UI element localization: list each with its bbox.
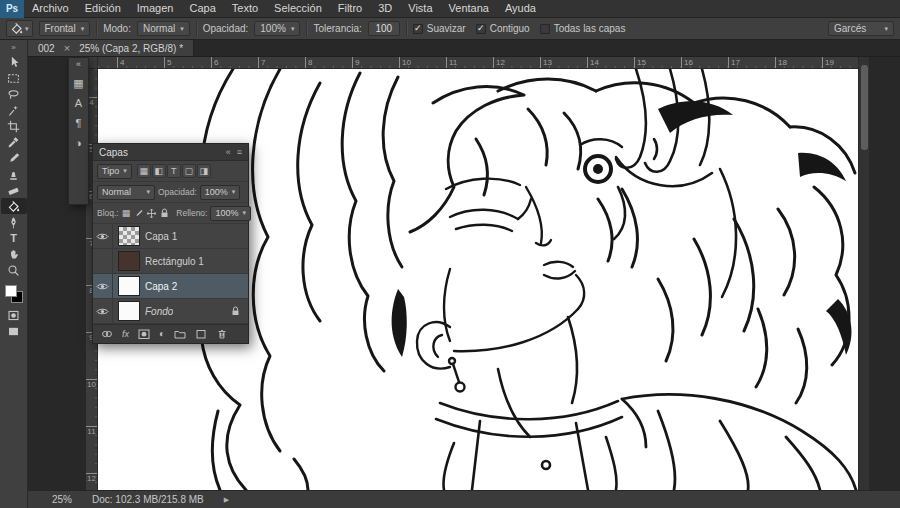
toolbar-collapse-icon[interactable]: » xyxy=(11,42,15,54)
fill-source-select[interactable]: Frontal ▾ xyxy=(39,21,91,36)
clone-stamp-tool-button[interactable] xyxy=(1,166,27,182)
menu-item[interactable]: Selección xyxy=(266,0,330,17)
lock-position-icon[interactable] xyxy=(147,209,156,218)
zoom-tool-button[interactable] xyxy=(1,262,27,278)
layer-blend-mode-value: Normal xyxy=(102,187,131,197)
panel-collapse-icon[interactable]: « xyxy=(226,147,231,157)
move-tool-button[interactable] xyxy=(1,54,27,70)
layer-filter-icon[interactable]: ▢ xyxy=(182,164,196,178)
checkbox-box[interactable] xyxy=(476,24,486,34)
workspace-selector[interactable]: Garcés ▾ xyxy=(828,21,894,36)
layer-thumbnail[interactable] xyxy=(118,226,140,246)
tab-close-icon[interactable]: × xyxy=(64,43,70,54)
chevron-down-icon: ▾ xyxy=(180,25,184,33)
layer-visibility-toggle[interactable] xyxy=(93,299,113,323)
status-options-icon[interactable]: ▶ xyxy=(224,496,229,504)
layer-thumbnail[interactable] xyxy=(118,251,140,271)
tolerance-input[interactable] xyxy=(368,21,400,36)
lock-pixels-icon[interactable] xyxy=(134,209,143,218)
eraser-tool-button[interactable] xyxy=(1,182,27,198)
add-mask-icon[interactable] xyxy=(138,328,150,340)
checkbox-label: Suavizar xyxy=(427,23,466,34)
panel-icon[interactable]: A xyxy=(75,98,82,109)
layer-thumbnail[interactable] xyxy=(118,301,140,321)
new-layer-icon[interactable] xyxy=(195,328,207,340)
ruler-number: 10 xyxy=(86,379,97,426)
menu-item[interactable]: Imagen xyxy=(129,0,182,17)
layer-opacity-select[interactable]: 100% ▾ xyxy=(200,185,241,200)
pen-tool-button[interactable] xyxy=(1,214,27,230)
lock-transparency-icon[interactable]: ▦ xyxy=(122,209,131,218)
scrollbar-thumb[interactable] xyxy=(861,65,868,150)
menu-item[interactable]: Texto xyxy=(224,0,266,17)
menu-item[interactable]: Archivo xyxy=(24,0,77,17)
adjustment-layer-icon[interactable]: ◐ xyxy=(159,329,165,339)
option-checkbox[interactable]: Todas las capas xyxy=(540,23,626,34)
layer-row[interactable]: Capa 1 xyxy=(93,224,248,249)
filter-type-select[interactable]: Tipo ▾ xyxy=(97,164,132,179)
paint-bucket-tool-button[interactable] xyxy=(1,198,27,214)
layer-style-icon[interactable]: fx xyxy=(122,330,129,339)
new-group-icon[interactable] xyxy=(174,328,186,340)
layer-fill-select[interactable]: 100% ▾ xyxy=(210,206,251,221)
eyedropper-tool-button[interactable] xyxy=(1,134,27,150)
panel-icon[interactable]: ¶ xyxy=(76,118,82,129)
menu-item[interactable]: Ayuda xyxy=(497,0,544,17)
lasso-tool-button[interactable] xyxy=(1,86,27,102)
active-tool-preset[interactable]: ▾ xyxy=(6,20,33,37)
foreground-color-swatch[interactable] xyxy=(5,285,17,297)
option-checkbox[interactable]: Suavizar xyxy=(413,23,466,34)
type-tool-button[interactable]: T xyxy=(1,230,27,246)
opacity-value: 100% xyxy=(260,23,286,34)
eyedropper-icon xyxy=(7,136,20,149)
menu-item[interactable]: Ventana xyxy=(441,0,497,17)
menu-item[interactable]: Filtro xyxy=(330,0,370,17)
color-swatches[interactable] xyxy=(5,285,23,303)
panel-icon[interactable]: ◑ xyxy=(75,138,82,149)
layer-thumbnail[interactable] xyxy=(118,276,140,296)
layer-row[interactable]: Rectángulo 1 xyxy=(93,249,248,274)
menu-item[interactable]: Vista xyxy=(400,0,440,17)
layer-fill-value: 100% xyxy=(215,208,238,218)
marquee-tool-button[interactable] xyxy=(1,70,27,86)
layers-panel-header[interactable]: Capas « ≡ xyxy=(93,144,248,161)
magic-wand-tool-button[interactable] xyxy=(1,102,27,118)
menu-item[interactable]: 3D xyxy=(370,0,400,17)
collapsed-panel-dock: « ▦A¶◑ xyxy=(68,57,89,205)
checkbox-box[interactable] xyxy=(540,24,550,34)
layer-blend-mode-select[interactable]: Normal ▾ xyxy=(97,185,155,200)
fill-source-value: Frontal xyxy=(45,23,76,34)
delete-layer-icon[interactable] xyxy=(216,328,228,340)
checkbox-box[interactable] xyxy=(413,24,423,34)
blend-mode-select[interactable]: Normal ▾ xyxy=(137,21,190,36)
dock-collapse-icon[interactable]: « xyxy=(76,60,81,69)
quick-mask-button[interactable] xyxy=(1,307,27,323)
vertical-scrollbar[interactable] xyxy=(858,57,869,490)
hand-tool-button[interactable] xyxy=(1,246,27,262)
crop-tool-button[interactable] xyxy=(1,118,27,134)
layer-row[interactable]: Fondo xyxy=(93,299,248,324)
menu-bar: Ps ArchivoEdiciónImagenCapaTextoSelecció… xyxy=(0,0,900,18)
menu-item[interactable]: Capa xyxy=(181,0,223,17)
screen-mode-button[interactable] xyxy=(1,323,27,339)
layer-filter-icon[interactable]: ▦ xyxy=(137,164,151,178)
document-tab[interactable]: 002 × 25% (Capa 2, RGB/8) * xyxy=(28,40,194,56)
layer-filter-icon[interactable]: ◨ xyxy=(197,164,211,178)
opacity-select[interactable]: 100% ▾ xyxy=(254,21,300,36)
layer-filter-icon[interactable]: ◧ xyxy=(152,164,166,178)
lock-all-icon[interactable] xyxy=(160,208,169,218)
layer-visibility-toggle[interactable] xyxy=(93,274,113,298)
lock-icon xyxy=(231,306,240,316)
panel-menu-icon[interactable]: ≡ xyxy=(237,147,242,157)
brush-tool-button[interactable] xyxy=(1,150,27,166)
link-layers-icon[interactable] xyxy=(101,328,113,340)
layer-row[interactable]: Capa 2 xyxy=(93,274,248,299)
menu-item[interactable]: Edición xyxy=(77,0,129,17)
panel-icon[interactable]: ▦ xyxy=(73,78,83,89)
zoom-level-field[interactable]: 25% xyxy=(52,494,72,505)
document-title: 25% (Capa 2, RGB/8) * xyxy=(79,43,183,54)
layer-filter-icon[interactable]: T xyxy=(167,164,181,178)
layer-visibility-toggle[interactable] xyxy=(93,249,113,273)
layer-visibility-toggle[interactable] xyxy=(93,224,113,248)
option-checkbox[interactable]: Contiguo xyxy=(476,23,530,34)
